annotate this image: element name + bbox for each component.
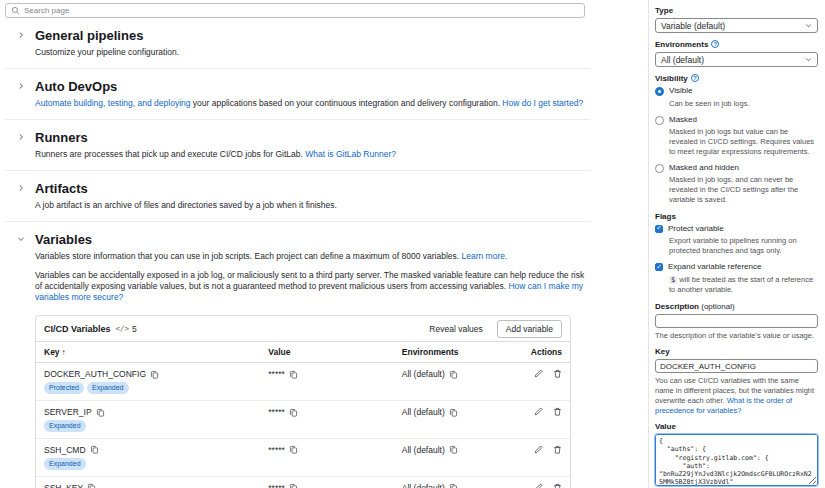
- flags-group: Flags ✓ Protect variable Export variable…: [655, 212, 818, 295]
- copy-icon[interactable]: [289, 370, 298, 379]
- section-desc: Customize your pipeline configuration.: [35, 47, 590, 58]
- type-select[interactable]: Variable (default): [655, 18, 818, 33]
- help-icon[interactable]: ?: [711, 40, 719, 48]
- copy-icon[interactable]: [449, 370, 458, 379]
- table-row: SSH_KEY Protected Expanded ***** All (de…: [36, 476, 570, 488]
- variable-value-masked: *****: [268, 483, 285, 488]
- delete-icon[interactable]: [553, 407, 562, 416]
- variable-value-masked: *****: [268, 407, 285, 417]
- edit-icon[interactable]: [534, 483, 543, 488]
- section-desc: A job artifact is an archive of files an…: [35, 200, 590, 211]
- variables-card-header: CI/CD Variables </> 5 Reveal values Add …: [36, 316, 570, 341]
- visibility-option-desc: Masked in job logs, and can never be rev…: [669, 175, 818, 204]
- environments-select[interactable]: All (default): [655, 52, 818, 67]
- visibility-label: Visibility?: [655, 74, 818, 83]
- expanded-badge: Expanded: [44, 420, 86, 432]
- delete-icon[interactable]: [553, 483, 562, 488]
- description-input[interactable]: [655, 314, 818, 328]
- variables-intro: Variables store information that you can…: [35, 251, 590, 262]
- variable-environment: All (default): [402, 483, 445, 488]
- section-title[interactable]: General pipelines: [35, 28, 590, 43]
- chevron-down-icon: [805, 22, 812, 29]
- section-title[interactable]: Variables: [35, 232, 590, 247]
- flags-label: Flags: [655, 212, 818, 221]
- visibility-option-masked[interactable]: Masked: [655, 115, 818, 126]
- checkbox-checked-icon[interactable]: ✓: [655, 263, 663, 271]
- section-title[interactable]: Runners: [35, 130, 590, 145]
- variable-environment: All (default): [402, 407, 445, 417]
- copy-icon[interactable]: [289, 408, 298, 417]
- delete-icon[interactable]: [553, 445, 562, 454]
- visibility-option-visible[interactable]: Visible: [655, 86, 818, 97]
- key-label: Key: [655, 347, 818, 356]
- help-icon[interactable]: ?: [691, 74, 699, 82]
- variables-card: CI/CD Variables </> 5 Reveal values Add …: [35, 315, 571, 488]
- checkbox-checked-icon[interactable]: ✓: [655, 225, 663, 233]
- protected-badge: Protected: [44, 382, 84, 394]
- copy-icon[interactable]: [449, 445, 458, 454]
- column-header-key[interactable]: Key↑: [36, 342, 260, 363]
- copy-icon[interactable]: [150, 370, 159, 379]
- variable-environment: All (default): [402, 369, 445, 379]
- variables-count: 5: [132, 324, 137, 334]
- value-textarea[interactable]: { "auths": { "registry.gitlab.com": { "a…: [655, 434, 818, 486]
- copy-icon[interactable]: [289, 445, 298, 454]
- chevron-right-icon[interactable]: [17, 133, 25, 143]
- protect-variable-checkbox[interactable]: ✓ Protect variable: [655, 224, 818, 235]
- variables-card-title: CI/CD Variables: [44, 324, 111, 334]
- copy-icon[interactable]: [449, 408, 458, 417]
- description-helper: The description of the variable's value …: [655, 331, 818, 341]
- search-input[interactable]: [24, 6, 579, 15]
- edit-icon[interactable]: [534, 445, 543, 454]
- key-helper: You can use CI/CD variables with the sam…: [655, 376, 818, 415]
- copy-icon[interactable]: [87, 483, 96, 488]
- visibility-option-desc: Masked in job logs but value can be reve…: [669, 127, 818, 156]
- search-box: [5, 3, 585, 18]
- auto-devops-link[interactable]: Automate building, testing, and deployin…: [35, 98, 190, 108]
- radio-unchecked-icon[interactable]: [655, 164, 664, 173]
- section-general-pipelines: General pipelines Customize your pipelin…: [5, 18, 590, 69]
- chevron-down-icon[interactable]: [17, 235, 25, 245]
- section-auto-devops: Auto DevOps Automate building, testing, …: [5, 69, 590, 120]
- sort-ascending-icon: ↑: [62, 348, 66, 357]
- column-header-environments: Environments: [394, 342, 522, 363]
- variable-key: SERVER_IP: [44, 407, 92, 417]
- variable-environment: All (default): [402, 445, 445, 455]
- variable-key: SSH_CMD: [44, 445, 86, 455]
- section-variables: Variables Variables store information th…: [5, 222, 590, 307]
- visibility-option-desc: Can be seen in job logs.: [669, 99, 818, 109]
- table-row: SERVER_IP Expanded ***** All (default): [36, 401, 570, 439]
- get-started-link[interactable]: How do I get started?: [502, 98, 583, 108]
- variables-warning: Variables can be accidentally exposed in…: [35, 270, 590, 303]
- table-row: SSH_CMD Expanded ***** All (default): [36, 438, 570, 476]
- variable-key: DOCKER_AUTH_CONFIG: [44, 369, 146, 379]
- delete-icon[interactable]: [553, 369, 562, 378]
- settings-sections: General pipelines Customize your pipelin…: [5, 18, 590, 307]
- edit-icon[interactable]: [534, 407, 543, 416]
- copy-icon[interactable]: [96, 408, 105, 417]
- visibility-option-masked-hidden[interactable]: Masked and hidden: [655, 163, 818, 174]
- table-header-row: Key↑ Value Environments Actions: [36, 342, 570, 363]
- radio-unchecked-icon[interactable]: [655, 116, 664, 125]
- variables-table: Key↑ Value Environments Actions DOCKER_A…: [36, 341, 570, 488]
- learn-more-link[interactable]: Learn more.: [461, 251, 507, 261]
- add-variable-button[interactable]: Add variable: [497, 320, 562, 338]
- code-icon: </>: [116, 324, 130, 333]
- copy-icon[interactable]: [449, 483, 458, 488]
- edit-icon[interactable]: [534, 369, 543, 378]
- copy-icon[interactable]: [90, 445, 99, 454]
- key-input[interactable]: [655, 359, 818, 373]
- radio-checked-icon[interactable]: [655, 87, 664, 96]
- section-title[interactable]: Artifacts: [35, 181, 590, 196]
- chevron-right-icon[interactable]: [17, 184, 25, 194]
- description-label: Description (optional): [655, 302, 818, 311]
- what-is-runner-link[interactable]: What is GitLab Runner?: [305, 149, 396, 159]
- chevron-right-icon[interactable]: [17, 82, 25, 92]
- expanded-badge: Expanded: [87, 382, 129, 394]
- section-title[interactable]: Auto DevOps: [35, 79, 590, 94]
- column-header-actions: Actions: [522, 342, 570, 363]
- chevron-right-icon[interactable]: [17, 31, 25, 41]
- copy-icon[interactable]: [289, 483, 298, 488]
- expand-variable-checkbox[interactable]: ✓ Expand variable reference: [655, 262, 818, 273]
- reveal-values-button[interactable]: Reveal values: [421, 321, 490, 337]
